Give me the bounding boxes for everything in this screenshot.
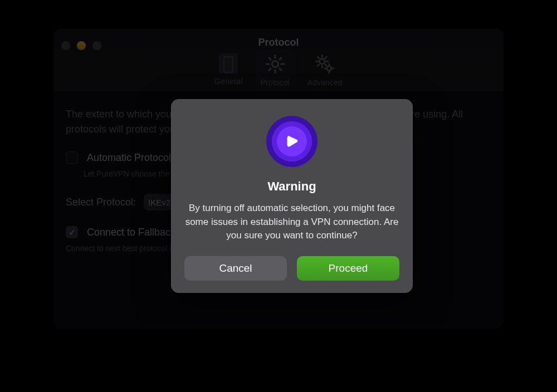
- cancel-button[interactable]: Cancel: [184, 256, 287, 281]
- dialog-title: Warning: [184, 179, 399, 194]
- warning-dialog: Warning By turning off automatic selecti…: [171, 99, 413, 293]
- proceed-button[interactable]: Proceed: [297, 256, 399, 281]
- app-logo-icon: [266, 116, 317, 167]
- app-logo-wrap: [184, 116, 399, 167]
- dialog-buttons: Cancel Proceed: [184, 256, 399, 281]
- dialog-body: By turning off automatic selection, you …: [184, 202, 399, 243]
